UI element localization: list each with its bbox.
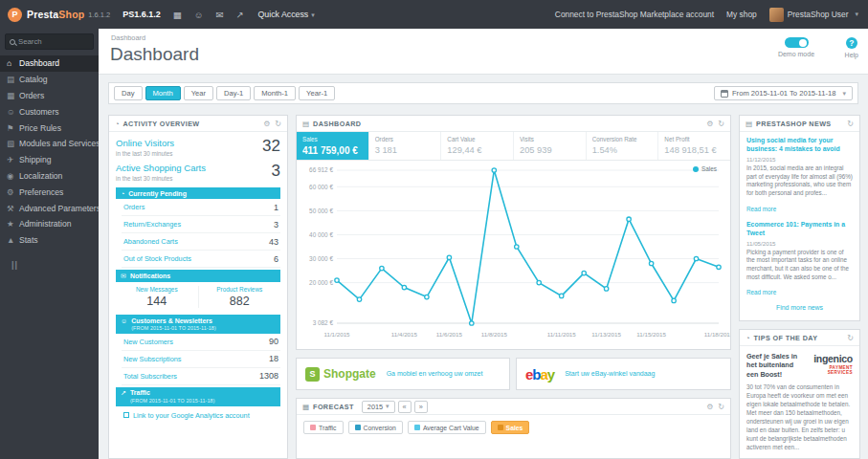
abandoned-carts-row: Abandoned Carts 43 [122, 233, 280, 251]
tips-headline: Geef je Sales in het buitenland een Boos… [746, 352, 799, 379]
sidebar-item-modules[interactable]: ▧ Modules and Services [0, 136, 99, 152]
traffic-header: ↗ Traffic (FROM 2015-11-01 TO 2015-11-18… [116, 387, 280, 406]
sidebar-item-label: Stats [19, 235, 38, 245]
forecast-legend-conversion[interactable]: Conversion [348, 421, 403, 434]
sidebar-item-label: Advanced Parameters [19, 204, 100, 213]
metric-net-profit[interactable]: Net Profit 148 918,51 € [658, 132, 730, 160]
read-more-link[interactable]: Read more [746, 289, 776, 295]
search-input[interactable] [18, 37, 89, 46]
price-rules-icon: ⚑ [7, 123, 19, 133]
new-customers-link[interactable]: New Customers [123, 338, 173, 346]
find-more-news-link[interactable]: Find more news [746, 304, 853, 311]
sidebar-item-preferences[interactable]: ⚙ Preferences [0, 184, 99, 200]
refresh-icon[interactable] [847, 120, 854, 128]
return-exchanges-link[interactable]: Return/Exchanges [123, 220, 181, 229]
chart-legend-sales[interactable]: Sales [693, 165, 717, 172]
sidebar-item-label: Modules and Services [19, 139, 100, 148]
total-subscribers-link[interactable]: Total Subscribers [123, 372, 177, 381]
gear-icon[interactable] [263, 120, 270, 128]
metric-sales[interactable]: Sales 411 759,00 € [297, 132, 369, 160]
ebay-link[interactable]: Start uw eBay-winkel vandaag [565, 369, 655, 378]
range-day-button[interactable]: Day [114, 86, 143, 100]
out-of-stock-link[interactable]: Out of Stock Products [123, 254, 191, 263]
ingenico-logo-subtext: PAYMENT SERVICES [804, 365, 853, 375]
sidebar-item-dashboard[interactable]: ⌂ Dashboard [0, 55, 99, 72]
demo-mode-toggle[interactable]: Demo mode [774, 37, 818, 57]
range-month-button[interactable]: Month [145, 86, 181, 100]
news-article-title[interactable]: Using social media for your business: 4 … [746, 137, 853, 154]
messages-notification-icon[interactable]: ✉ [216, 10, 224, 20]
refresh-icon[interactable] [718, 120, 724, 128]
sidebar-item-advanced-parameters[interactable]: ⚒ Advanced Parameters [0, 200, 99, 216]
metric-conversion-rate[interactable]: Conversion Rate 1.54% [587, 132, 659, 160]
sidebar-item-orders[interactable]: ▦ Orders [0, 88, 99, 104]
sidebar-item-label: Dashboard [19, 58, 59, 68]
marketplace-link[interactable]: Connect to PrestaShop Marketplace accoun… [555, 10, 714, 19]
active-carts-link[interactable]: Active Shopping Carts [116, 163, 206, 173]
gear-icon[interactable] [706, 120, 713, 128]
clock-icon: ◔ [121, 190, 124, 197]
expertise-icon[interactable]: ↗ [235, 10, 243, 20]
forecast-year-select[interactable]: 2015 [362, 401, 395, 413]
quick-access-menu[interactable]: Quick Access [257, 10, 314, 19]
shipping-icon: ✈ [7, 155, 19, 164]
svg-text:20 000 €: 20 000 € [309, 279, 333, 286]
sidebar-item-customers[interactable]: ☺ Customers [0, 103, 99, 120]
refresh-icon[interactable] [275, 120, 281, 128]
sidebar-item-localization[interactable]: ◉ Localization [0, 168, 99, 185]
ingenico-logo: ingenico PAYMENT SERVICES [804, 354, 853, 379]
metric-orders[interactable]: Orders 3 181 [369, 132, 442, 160]
gear-icon[interactable] [706, 403, 713, 411]
sidebar-item-price-rules[interactable]: ⚑ Price Rules [0, 120, 99, 136]
range-month-1-button[interactable]: Month-1 [254, 86, 296, 100]
news-article-date: 11/05/2015 [746, 240, 853, 247]
forecast-legend-average-cart-value[interactable]: Average Cart Value [408, 421, 486, 434]
help-button[interactable]: Help [845, 37, 858, 58]
google-analytics-link[interactable]: Link to your Google Analytics account [122, 406, 280, 425]
product-reviews-stat[interactable]: Product Reviews 882 [198, 286, 281, 308]
sidebar-collapse-toggle[interactable] [11, 260, 99, 270]
shop-name[interactable]: PS1.6.1.2 [122, 10, 161, 19]
orders-icon: ▦ [7, 91, 19, 100]
svg-text:11/8/2015: 11/8/2015 [481, 331, 508, 338]
metric-cart-value[interactable]: Cart Value 129,44 € [441, 132, 514, 160]
cart-notification-icon[interactable]: ▦ [173, 10, 182, 20]
customers-notification-icon[interactable]: ☺ [194, 10, 204, 20]
news-article-title[interactable]: Ecommerce 101: Payments in a Tweet [746, 221, 853, 238]
user-name: PrestaShop User [788, 10, 849, 19]
refresh-icon[interactable] [718, 403, 724, 411]
customers-header-range: (FROM 2015-11-01 TO 2015-11-18) [131, 325, 216, 331]
tips-of-the-day-panel: ◔ TIPS OF THE DAY Geef je Sales in het b… [739, 329, 860, 459]
forecast-legend-sales[interactable]: Sales [491, 421, 530, 434]
total-subscribers-row: Total Subscribers 1308 [122, 368, 280, 385]
metric-visits[interactable]: Visits 205 939 [514, 132, 587, 160]
breadcrumb[interactable]: Dashboard [111, 33, 145, 42]
refresh-icon[interactable] [847, 334, 854, 342]
forecast-legend-traffic[interactable]: Traffic [303, 421, 344, 434]
sidebar-item-stats[interactable]: ▲ Stats [0, 232, 99, 249]
new-subscriptions-link[interactable]: New Subscriptions [123, 355, 181, 363]
range-year-1-button[interactable]: Year-1 [299, 86, 335, 100]
read-more-link[interactable]: Read more [746, 206, 776, 212]
prestashop-logo[interactable]: P PrestaShop 1.6.1.2 [8, 8, 110, 22]
sidebar-item-shipping[interactable]: ✈ Shipping [0, 152, 99, 168]
sidebar-search[interactable] [5, 33, 94, 50]
shopgate-link[interactable]: Ga mobiel en verhoog uw omzet [387, 369, 483, 378]
sidebar-item-administration[interactable]: ★ Administration [0, 216, 99, 232]
forecast-prev-button[interactable]: « [398, 401, 412, 413]
toggle-switch-icon[interactable] [785, 37, 809, 48]
range-year-button[interactable]: Year [184, 86, 213, 100]
abandoned-carts-link[interactable]: Abandoned Carts [123, 237, 178, 246]
online-visitors-link[interactable]: Online Visitors [116, 138, 174, 148]
range-day-1-button[interactable]: Day-1 [216, 86, 251, 100]
demo-mode-label: Demo mode [774, 51, 818, 57]
pending-orders-link[interactable]: Orders [123, 203, 145, 211]
abandoned-carts-value: 43 [269, 237, 278, 247]
new-messages-stat[interactable]: New Messages 144 [116, 286, 198, 308]
sidebar-item-catalog[interactable]: ▤ Catalog [0, 72, 99, 88]
svg-text:11/4/2015: 11/4/2015 [391, 331, 418, 338]
forecast-next-button[interactable]: » [414, 401, 428, 413]
date-range-picker[interactable]: From 2015-11-01 To 2015-11-18 [714, 86, 853, 100]
user-menu[interactable]: PrestaShop User [769, 8, 858, 22]
my-shop-link[interactable]: My shop [726, 10, 757, 19]
